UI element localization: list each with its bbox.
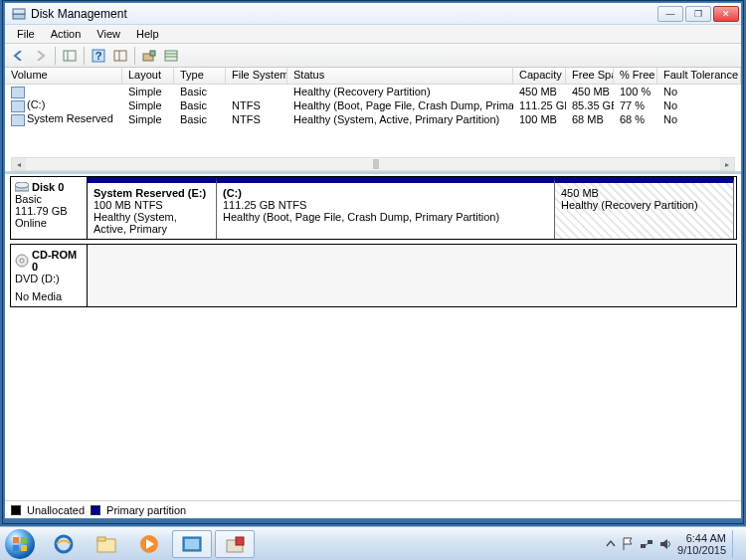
start-button[interactable] [0,527,40,561]
system-tray: 6:44 AM 9/10/2015 [600,530,746,558]
volume-row[interactable]: System ReservedSimpleBasicNTFSHealthy (S… [5,112,741,126]
back-button[interactable] [9,46,29,66]
svg-rect-18 [21,537,27,543]
col-type[interactable]: Type [174,68,226,84]
forward-button[interactable] [31,46,51,66]
scroll-left-icon[interactable]: ◂ [12,158,26,170]
menubar: File Action View Help [5,25,741,44]
menu-view[interactable]: View [89,26,128,42]
taskbar-disk-management[interactable] [172,530,212,558]
svg-rect-0 [13,14,25,19]
scroll-thumb[interactable] [373,159,379,169]
scroll-right-icon[interactable]: ▸ [720,158,734,170]
cdrom-name: CD-ROM 0 [32,249,83,273]
tray-volume-icon[interactable] [659,538,671,550]
taskbar-ie[interactable] [44,530,84,558]
tray-show-hidden-icon[interactable] [606,539,616,549]
taskbar-explorer[interactable] [87,530,126,558]
graphical-view: Disk 0 Basic 111.79 GB Online System Res… [5,172,741,500]
minimize-button[interactable]: — [657,6,683,22]
cdrom-info[interactable]: CD-ROM 0 DVD (D:) No Media [10,244,88,307]
col-freespace[interactable]: Free Spa... [566,68,614,84]
partition[interactable]: System Reserved (E:)100 MB NTFSHealthy (… [88,177,217,239]
volume-icon [11,100,25,112]
partition[interactable]: 450 MBHealthy (Recovery Partition) [555,177,734,239]
horizontal-scrollbar[interactable]: ◂ ▸ [11,157,735,171]
disk-name: Disk 0 [32,181,64,193]
toolbar-separator [84,47,85,65]
tray-network-icon[interactable] [640,538,653,550]
disk-icon [15,182,29,192]
cdrom-row: CD-ROM 0 DVD (D:) No Media [10,244,737,307]
legend-unallocated-swatch [11,505,21,515]
settings-button[interactable] [139,46,159,66]
tray-date: 9/10/2015 [677,544,726,556]
svg-point-16 [20,259,24,263]
col-layout[interactable]: Layout [122,68,174,84]
toolbar-separator [134,47,135,65]
cdrom-icon [15,254,29,268]
content-area: Volume Layout Type File System Status Ca… [5,68,741,518]
help-button[interactable]: ? [89,46,108,66]
svg-rect-9 [150,51,155,56]
taskbar-media-player[interactable] [129,530,169,558]
col-fault-tolerance[interactable]: Fault Tolerance [657,68,741,84]
legend-primary-label: Primary partition [106,504,186,516]
legend-primary-swatch [91,505,100,515]
maximize-button[interactable]: ❐ [685,6,711,22]
tray-clock[interactable]: 6:44 AM 9/10/2015 [677,532,726,556]
volume-row[interactable]: (C:)SimpleBasicNTFSHealthy (Boot, Page F… [5,98,741,112]
svg-rect-19 [13,545,19,551]
toolbar-separator [55,47,56,65]
taskbar-app[interactable] [215,530,255,558]
cdrom-empty-area [88,244,737,307]
svg-rect-10 [165,51,177,61]
tray-show-desktop[interactable] [732,530,740,558]
disk-management-window: Disk Management — ❐ ✕ File Action View H… [4,2,742,519]
tray-time: 6:44 AM [677,532,726,544]
svg-text:?: ? [95,50,102,62]
toolbar: ? [5,44,741,68]
volume-row[interactable]: SimpleBasicHealthy (Recovery Partition)4… [5,85,741,98]
volume-icon [11,114,25,126]
menu-help[interactable]: Help [128,26,167,42]
volume-icon [11,87,25,98]
col-filesystem[interactable]: File System [226,68,287,84]
svg-rect-17 [13,537,19,543]
cdrom-state: No Media [15,290,83,302]
disk-info[interactable]: Disk 0 Basic 111.79 GB Online [10,176,88,240]
titlebar[interactable]: Disk Management — ❐ ✕ [5,3,741,25]
menu-action[interactable]: Action [43,26,90,42]
refresh-button[interactable] [110,46,130,66]
svg-rect-28 [236,537,244,545]
svg-rect-26 [185,539,199,549]
close-button[interactable]: ✕ [713,6,739,22]
disk-size: 111.79 GB [15,205,83,217]
col-volume[interactable]: Volume [5,68,122,84]
volume-list-header: Volume Layout Type File System Status Ca… [5,68,741,85]
disk-type: Basic [15,193,83,205]
menu-file[interactable]: File [9,26,43,42]
cdrom-type: DVD (D:) [15,273,83,284]
svg-rect-20 [21,545,27,551]
windows-orb-icon [5,529,35,559]
show-hide-button[interactable] [60,46,80,66]
col-status[interactable]: Status [287,68,513,84]
taskbar-items [44,530,255,558]
col-pctfree[interactable]: % Free [614,68,657,84]
taskbar: 6:44 AM 9/10/2015 [0,526,746,560]
svg-rect-1 [13,9,25,14]
svg-rect-6 [114,51,126,61]
volume-list: Volume Layout Type File System Status Ca… [5,68,741,172]
svg-rect-2 [64,51,76,61]
col-capacity[interactable]: Capacity [513,68,566,84]
disk-partitions: System Reserved (E:)100 MB NTFSHealthy (… [88,176,737,240]
tray-flag-icon[interactable] [622,537,634,551]
window-title: Disk Management [31,7,657,21]
svg-rect-23 [97,537,105,541]
app-icon [11,6,27,22]
svg-point-14 [15,182,29,188]
list-button[interactable] [161,46,181,66]
partition[interactable]: (C:)111.25 GB NTFSHealthy (Boot, Page Fi… [217,177,555,239]
disk-row: Disk 0 Basic 111.79 GB Online System Res… [10,176,737,240]
